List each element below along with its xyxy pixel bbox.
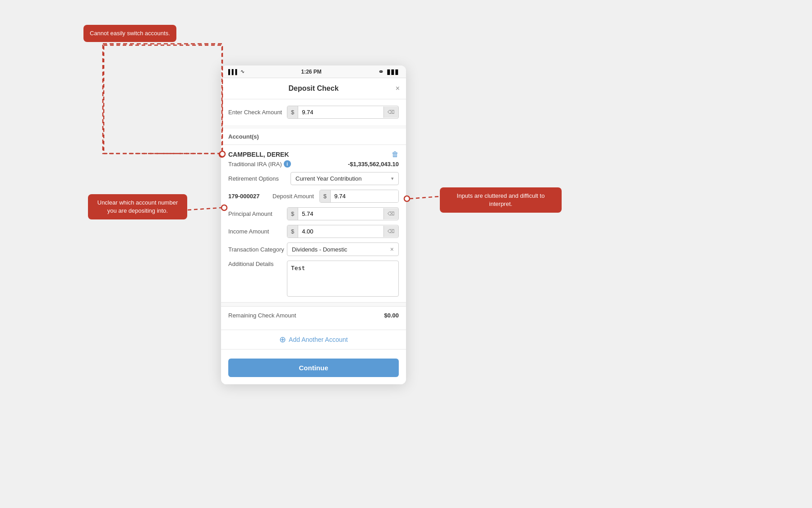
check-amount-suffix: ⌫ bbox=[383, 107, 398, 118]
account-card: CAMPBELL, DEREK 🗑 Traditional IRA (IRA) … bbox=[221, 145, 406, 303]
account-number: 179-000027 bbox=[228, 193, 269, 200]
check-amount-row: Enter Check Amount $ ⌫ bbox=[228, 106, 399, 119]
check-amount-input-group: $ ⌫ bbox=[287, 106, 399, 119]
transaction-category-clear-icon[interactable]: × bbox=[390, 246, 394, 253]
remaining-value: $0.00 bbox=[384, 312, 399, 319]
account-type: Traditional IRA (IRA) i bbox=[228, 160, 291, 168]
dashed-lines-svg bbox=[0, 0, 812, 508]
deposit-amount-row: 179-000027 Deposit Amount $ ⌫ bbox=[228, 190, 399, 203]
continue-section: Continue bbox=[221, 350, 406, 384]
annotation-cannot-switch: Cannot easily switch accounts. bbox=[83, 25, 176, 42]
modal-header: Deposit Check × bbox=[221, 78, 406, 99]
principal-amount-label: Principal Amount bbox=[228, 210, 287, 217]
modal-body: Enter Check Amount $ ⌫ Account(s) CAMPBE… bbox=[221, 99, 406, 384]
battery-icon: ▮▮▮ bbox=[387, 67, 399, 76]
deposit-amount-input[interactable] bbox=[331, 190, 399, 202]
retirement-options-row: Retirement Options Current Year Contribu… bbox=[228, 172, 399, 185]
add-account-button[interactable]: ⊕ Add Another Account bbox=[221, 330, 406, 350]
status-bar-time: 1:26 PM bbox=[301, 69, 322, 75]
account-info-icon[interactable]: i bbox=[284, 160, 291, 168]
account-balance: -$1,335,562,043.10 bbox=[348, 161, 399, 168]
principal-amount-row: Principal Amount $ ⌫ bbox=[228, 207, 399, 220]
additional-details-row: Additional Details Test bbox=[228, 261, 399, 297]
wifi-icon: ∿ bbox=[240, 69, 245, 75]
retirement-options-value: Current Year Contribution bbox=[295, 175, 362, 182]
principal-amount-input-group: $ ⌫ bbox=[287, 207, 399, 220]
accounts-section-label: Account(s) bbox=[221, 129, 406, 145]
accounts-section: Account(s) CAMPBELL, DEREK 🗑 Traditional… bbox=[221, 129, 406, 303]
income-amount-suffix: ⌫ bbox=[383, 226, 398, 237]
check-amount-label: Enter Check Amount bbox=[228, 109, 287, 116]
retirement-options-chevron-icon: ▾ bbox=[391, 176, 394, 182]
income-amount-prefix: $ bbox=[287, 225, 298, 238]
check-amount-section: Enter Check Amount $ ⌫ bbox=[221, 99, 406, 125]
status-bar: ▌▌▌ ∿ 1:26 PM ⚭ ▮▮▮ bbox=[221, 65, 406, 78]
svg-rect-3 bbox=[103, 44, 222, 154]
transaction-category-value: Dividends - Domestic bbox=[292, 246, 347, 253]
svg-line-8 bbox=[410, 196, 440, 199]
principal-amount-prefix: $ bbox=[287, 208, 298, 220]
bluetooth-icon: ⚭ bbox=[378, 67, 384, 76]
status-bar-right: ⚭ ▮▮▮ bbox=[378, 67, 399, 76]
status-bar-left: ▌▌▌ ∿ bbox=[228, 69, 245, 75]
deposit-amount-label: Deposit Amount bbox=[272, 193, 314, 200]
principal-amount-input[interactable] bbox=[298, 208, 383, 220]
check-amount-prefix: $ bbox=[287, 106, 298, 118]
account-name-row: CAMPBELL, DEREK 🗑 bbox=[228, 150, 399, 158]
annotations-layer bbox=[0, 0, 812, 508]
retirement-options-select[interactable]: Current Year Contribution ▾ bbox=[291, 172, 399, 185]
bottom-section: Remaining Check Amount $0.00 bbox=[221, 306, 406, 330]
annotation-account-number: Unclear which account number you are dep… bbox=[88, 194, 187, 219]
income-amount-input[interactable] bbox=[298, 225, 383, 238]
retirement-options-label: Retirement Options bbox=[228, 175, 287, 182]
add-account-label: Add Another Account bbox=[289, 336, 348, 343]
transaction-category-select[interactable]: Dividends - Domestic × bbox=[287, 242, 399, 256]
remaining-label: Remaining Check Amount bbox=[228, 312, 296, 319]
additional-details-input[interactable]: Test bbox=[287, 261, 399, 297]
income-amount-input-group: $ ⌫ bbox=[287, 225, 399, 238]
transaction-category-label: Transaction Category bbox=[228, 246, 287, 253]
additional-details-label: Additional Details bbox=[228, 261, 287, 267]
svg-rect-0 bbox=[104, 45, 222, 154]
annotation-cluttered: Inputs are cluttered and difficult to in… bbox=[440, 187, 562, 213]
check-amount-input[interactable] bbox=[298, 106, 383, 118]
phone-frame: ▌▌▌ ∿ 1:26 PM ⚭ ▮▮▮ Deposit Check × Ente… bbox=[221, 65, 406, 384]
income-amount-row: Income Amount $ ⌫ bbox=[228, 225, 399, 238]
account-type-row: Traditional IRA (IRA) i -$1,335,562,043.… bbox=[228, 160, 399, 168]
income-amount-label: Income Amount bbox=[228, 228, 287, 235]
delete-account-icon[interactable]: 🗑 bbox=[392, 150, 399, 158]
deposit-amount-input-group: $ ⌫ bbox=[319, 190, 399, 203]
deposit-amount-prefix: $ bbox=[320, 190, 331, 202]
modal-title: Deposit Check bbox=[288, 84, 338, 93]
principal-amount-suffix: ⌫ bbox=[383, 208, 398, 219]
continue-button[interactable]: Continue bbox=[228, 359, 399, 377]
transaction-category-row: Transaction Category Dividends - Domesti… bbox=[228, 242, 399, 256]
account-name: CAMPBELL, DEREK bbox=[228, 151, 289, 158]
svg-line-6 bbox=[188, 208, 221, 210]
add-account-plus-icon: ⊕ bbox=[279, 335, 286, 345]
signal-icon: ▌▌▌ bbox=[228, 69, 239, 75]
close-button[interactable]: × bbox=[396, 84, 400, 93]
remaining-row: Remaining Check Amount $0.00 bbox=[228, 312, 399, 319]
